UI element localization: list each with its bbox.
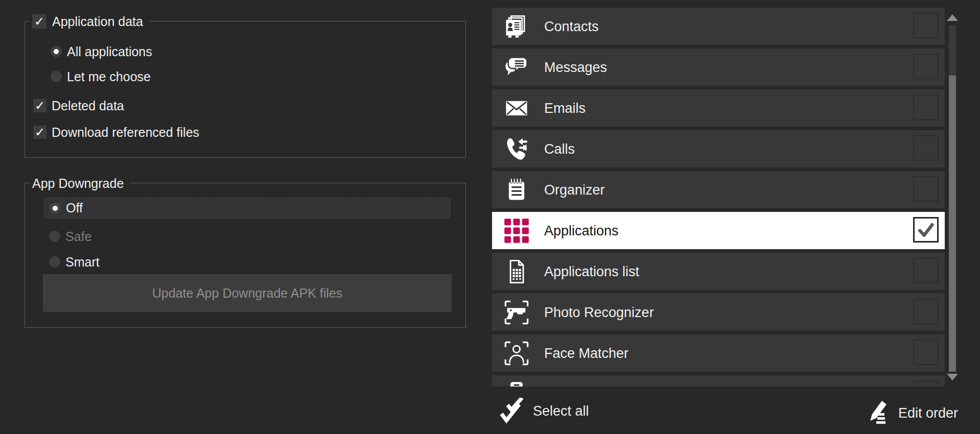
list-item-partial[interactable] [492,375,945,387]
contacts-icon [503,13,530,40]
list-item-calls[interactable]: Calls [492,130,945,167]
list-item-applications[interactable]: Applications [492,212,945,249]
item-checkbox[interactable] [913,54,939,79]
list-item-label: Applications list [544,263,639,279]
item-checkbox[interactable] [913,380,939,387]
radio-all-applications[interactable]: All applications [51,44,152,59]
organizer-icon [503,177,530,203]
messages-icon [503,54,530,81]
deleted-data-checkbox[interactable] [33,99,46,112]
list-item-label: Organizer [544,182,605,198]
application-data-checkbox[interactable] [32,14,46,29]
radio-let-me-choose-label: Let me choose [67,69,151,84]
item-checkbox[interactable] [913,13,939,38]
radio-let-me-choose[interactable]: Let me choose [51,69,151,84]
radio-safe-label: Safe [65,229,91,244]
item-checkbox[interactable] [913,217,939,243]
select-all-label: Select all [533,403,589,419]
photo-recognizer-icon [503,299,530,326]
item-checkbox[interactable] [913,258,939,283]
double-checkmark-icon [498,398,525,424]
list-item-label: Face Matcher [544,345,628,361]
face-matcher-icon [503,340,530,367]
scroll-up-arrow-icon[interactable] [947,14,958,21]
update-apk-button[interactable]: Update App Downgrade APK files [43,274,452,312]
item-checkbox[interactable] [913,299,939,324]
list-item-organizer[interactable]: Organizer [492,171,945,208]
app-downgrade-legend: App Downgrade [29,175,130,192]
applications-icon [503,218,530,244]
list-item-label: Contacts [544,18,599,34]
item-checkbox[interactable] [913,94,939,120]
app-downgrade-group: App Downgrade Off Safe Smart Update App … [25,183,466,328]
radio-off-row[interactable]: Off [43,197,452,220]
partial-icon [503,381,530,387]
radio-off-label: Off [66,201,83,215]
category-list: Contacts Messages Emails Calls Organizer [492,0,945,387]
item-checkbox[interactable] [913,176,939,202]
list-item-face-matcher[interactable]: Face Matcher [492,334,945,372]
radio-icon [49,256,60,268]
deleted-data-label: Deleted data [52,99,124,113]
download-referenced-files-checkbox[interactable] [33,126,46,139]
deleted-data-checkbox-row[interactable]: Deleted data [33,99,124,113]
download-referenced-files-label: Download referenced files [52,125,199,140]
list-item-label: Calls [544,141,575,157]
scrollbar-thumb[interactable] [949,76,956,372]
list-item-contacts[interactable]: Contacts [492,8,945,45]
list-item-emails[interactable]: Emails [492,89,945,127]
calls-icon [503,136,530,162]
application-data-group: Application data All applications Let me… [25,21,466,158]
list-item-label: Applications [544,223,619,238]
edit-order-label: Edit order [898,405,958,421]
radio-icon [51,71,62,82]
app-downgrade-title: App Downgrade [32,176,124,191]
application-data-title: Application data [52,14,143,29]
radio-all-applications-label: All applications [67,44,152,59]
list-item-photo-recognizer[interactable]: Photo Recognizer [492,294,945,331]
list-scrollbar[interactable] [946,11,959,383]
radio-smart-row[interactable]: Smart [49,255,100,269]
radio-icon [50,203,61,214]
select-all-button[interactable]: Select all [498,397,589,425]
emails-icon [503,95,530,122]
scroll-down-arrow-icon[interactable] [947,374,958,380]
item-checkbox[interactable] [913,340,939,365]
application-data-legend: Application data [29,13,149,30]
list-item-label: Emails [544,100,586,116]
list-item-label: Messages [544,59,607,75]
applications-list-icon [503,258,530,285]
edit-pencil-icon [866,401,890,425]
radio-icon [49,231,60,242]
radio-safe-row[interactable]: Safe [49,229,91,244]
radio-icon [51,46,62,57]
edit-order-button[interactable]: Edit order [866,399,958,427]
list-item-applications-list[interactable]: Applications list [492,253,945,290]
list-item-messages[interactable]: Messages [492,49,945,86]
radio-smart-label: Smart [65,255,100,270]
list-item-label: Photo Recognizer [544,304,654,320]
item-checkbox[interactable] [913,135,939,161]
download-referenced-files-checkbox-row[interactable]: Download referenced files [33,125,199,139]
